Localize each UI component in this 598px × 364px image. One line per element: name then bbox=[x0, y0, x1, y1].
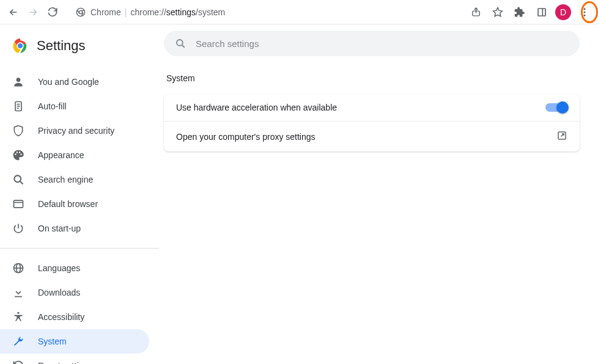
reload-icon bbox=[47, 7, 58, 18]
main-panel: System Use hardware acceleration when av… bbox=[159, 24, 598, 364]
sidebar-item-label: Languages bbox=[38, 263, 80, 273]
sidebar-item-search-engine[interactable]: Search engine bbox=[0, 167, 149, 192]
svg-rect-4 bbox=[538, 9, 545, 16]
svg-marker-3 bbox=[493, 7, 503, 16]
setting-proxy-settings[interactable]: Open your computer's proxy settings bbox=[164, 121, 580, 151]
power-icon bbox=[12, 222, 24, 235]
bookmark-button[interactable] bbox=[489, 4, 506, 21]
chrome-logo-icon bbox=[12, 38, 28, 54]
setting-label: Open your computer's proxy settings bbox=[176, 132, 316, 142]
sidebar-item-autofill[interactable]: Auto-fill bbox=[0, 94, 149, 118]
person-icon bbox=[12, 76, 24, 88]
sidebar-item-privacy[interactable]: Privacy and security bbox=[0, 118, 149, 143]
sidebar-item-system[interactable]: System bbox=[0, 329, 149, 354]
puzzle-icon bbox=[514, 7, 525, 18]
accessibility-icon bbox=[12, 311, 24, 323]
sidebar-item-label: You and Google bbox=[38, 77, 99, 87]
sidebar-item-label: Default browser bbox=[38, 199, 98, 209]
avatar-letter: D bbox=[560, 7, 566, 17]
search-icon bbox=[12, 173, 24, 186]
browser-toolbar: Chrome|chrome://settings/system D bbox=[0, 0, 598, 24]
nav-list-secondary: Languages Downloads Accessibility System… bbox=[0, 256, 159, 364]
download-icon bbox=[12, 286, 24, 299]
svg-point-17 bbox=[14, 175, 21, 182]
svg-point-24 bbox=[17, 312, 19, 314]
back-button[interactable] bbox=[5, 4, 22, 21]
reload-button[interactable] bbox=[44, 4, 61, 21]
sidepanel-button[interactable] bbox=[533, 4, 550, 21]
star-icon bbox=[492, 7, 503, 18]
sidebar-item-label: System bbox=[38, 337, 67, 346]
palette-icon bbox=[12, 149, 24, 161]
sidebar-item-languages[interactable]: Languages bbox=[0, 256, 149, 280]
sidebar-header: Settings bbox=[0, 32, 159, 64]
globe-icon bbox=[12, 262, 24, 274]
share-icon bbox=[471, 7, 481, 17]
svg-point-10 bbox=[18, 43, 23, 48]
setting-hardware-acceleration[interactable]: Use hardware acceleration when available bbox=[164, 94, 580, 121]
toolbar-right: D bbox=[467, 4, 593, 21]
sidebar-item-label: Auto-fill bbox=[38, 101, 67, 111]
nav-divider bbox=[0, 248, 159, 249]
toggle-switch[interactable] bbox=[545, 103, 567, 112]
page-title: Settings bbox=[37, 38, 86, 54]
more-vert-icon bbox=[579, 7, 590, 18]
svg-line-18 bbox=[20, 181, 23, 184]
address-bar[interactable]: Chrome|chrome://settings/system bbox=[68, 3, 460, 21]
sidebar-item-label: Search engine bbox=[38, 175, 93, 184]
sidepanel-icon bbox=[537, 7, 547, 17]
profile-avatar[interactable]: D bbox=[555, 4, 571, 20]
shield-icon bbox=[12, 125, 24, 137]
arrow-left-icon bbox=[8, 7, 19, 18]
sidebar-item-default-browser[interactable]: Default browser bbox=[0, 192, 149, 216]
sidebar-item-label: On start-up bbox=[38, 224, 81, 233]
sidebar-item-label: Downloads bbox=[38, 288, 80, 297]
search-input[interactable] bbox=[196, 38, 569, 49]
sidebar-item-label: Reset settings bbox=[38, 361, 92, 364]
share-button[interactable] bbox=[467, 4, 484, 21]
sidebar-item-accessibility[interactable]: Accessibility bbox=[0, 305, 149, 329]
svg-point-1 bbox=[79, 10, 82, 13]
sidebar-item-label: Privacy and security bbox=[38, 126, 114, 136]
wrench-icon bbox=[12, 335, 24, 348]
sidebar-item-label: Accessibility bbox=[38, 312, 84, 322]
svg-point-0 bbox=[76, 8, 84, 16]
settings-card: Use hardware acceleration when available… bbox=[164, 94, 580, 151]
address-text: Chrome|chrome://settings/system bbox=[90, 7, 452, 17]
svg-point-25 bbox=[177, 40, 183, 46]
search-settings[interactable] bbox=[164, 31, 580, 56]
sidebar-item-reset[interactable]: Reset settings bbox=[0, 354, 149, 364]
svg-point-7 bbox=[584, 11, 586, 13]
sidebar-item-you-and-google[interactable]: You and Google bbox=[0, 70, 149, 94]
nav-list-primary: You and Google Auto-fill Privacy and sec… bbox=[0, 64, 159, 241]
section-title: System bbox=[166, 73, 583, 83]
external-link-icon bbox=[556, 130, 567, 143]
search-icon bbox=[175, 38, 186, 49]
arrow-right-icon bbox=[28, 7, 39, 18]
forward-button[interactable] bbox=[24, 4, 42, 21]
chrome-site-icon bbox=[76, 7, 86, 17]
sidebar: Settings You and Google Auto-fill Privac… bbox=[0, 24, 159, 364]
svg-line-26 bbox=[182, 45, 185, 48]
sidebar-item-label: Appearance bbox=[38, 150, 84, 160]
browser-icon bbox=[12, 198, 24, 210]
svg-point-6 bbox=[584, 8, 586, 10]
svg-point-8 bbox=[584, 14, 586, 16]
autofill-icon bbox=[12, 100, 24, 112]
svg-point-12 bbox=[17, 78, 21, 82]
menu-button[interactable] bbox=[576, 4, 593, 21]
sidebar-item-startup[interactable]: On start-up bbox=[0, 216, 149, 241]
toggle-knob bbox=[556, 101, 569, 114]
setting-label: Use hardware acceleration when available bbox=[176, 103, 337, 112]
sidebar-item-appearance[interactable]: Appearance bbox=[0, 143, 149, 167]
sidebar-item-downloads[interactable]: Downloads bbox=[0, 280, 149, 305]
extensions-button[interactable] bbox=[511, 4, 528, 21]
svg-rect-19 bbox=[14, 200, 23, 208]
reset-icon bbox=[12, 360, 24, 364]
